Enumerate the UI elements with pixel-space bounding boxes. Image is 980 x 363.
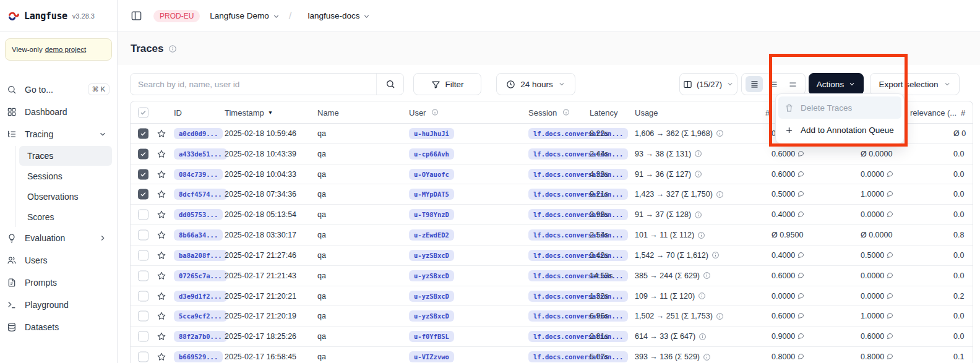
comment-icon[interactable] [797,271,804,279]
table-row[interactable]: ba8a208f...2025-02-17 21:27:46qau-yzSBxc… [131,246,973,266]
trace-id-badge[interactable]: dd05753... [174,209,223,220]
bookmark-star-icon[interactable] [157,230,166,240]
bookmark-star-icon[interactable] [157,169,166,179]
user-id-badge[interactable]: u-yzSBxcD [409,310,454,322]
bookmark-star-icon[interactable] [157,189,166,199]
trace-id-badge[interactable]: 07265c7a... [174,270,227,281]
user-id-badge[interactable]: u-OYauofc [409,169,454,180]
sidebar-item-datasets[interactable]: Datasets [5,317,112,337]
bookmark-star-icon[interactable] [157,271,166,281]
col-header-latency[interactable]: Latency [590,108,618,117]
col-header-usage[interactable]: Usage [635,108,658,117]
row-select-checkbox[interactable] [138,128,148,139]
table-row[interactable]: dd05753...2025-02-18 05:13:54qau-T98YnzD… [131,205,973,225]
info-icon[interactable] [703,271,711,280]
user-id-badge[interactable]: u-VIZzvwo [409,351,454,362]
trace-id-badge[interactable]: 084c739... [174,169,223,180]
sidebar-toggle-icon[interactable] [131,10,142,22]
table-row[interactable]: a433de51...2025-02-18 10:43:39qau-cp66Av… [131,144,973,164]
sidebar-item-playground[interactable]: Playground [5,294,112,315]
comment-icon[interactable] [797,251,804,258]
comment-icon[interactable] [886,271,893,279]
comment-icon[interactable] [886,190,893,197]
session-id-badge[interactable]: lf.docs.conversation... [528,229,628,241]
row-select-checkbox[interactable] [138,210,148,220]
actions-button[interactable]: Actions [809,73,864,95]
col-header-user[interactable]: User [409,108,439,117]
project-switcher[interactable]: langfuse-docs [307,11,371,20]
trace-id-badge[interactable]: 88f2a7b0... [174,331,227,342]
sidebar-item-dashboard[interactable]: Dashboard [5,101,112,122]
user-id-badge[interactable]: u-huJhuJi [409,128,454,139]
table-row[interactable]: b669529...2025-02-17 16:58:45qau-VIZzvwo… [131,347,973,363]
sidebar-item-evaluation[interactable]: Evaluation [5,228,112,248]
comment-icon[interactable] [797,292,804,299]
info-icon[interactable] [698,333,707,341]
menu-item-delete-traces[interactable]: Delete Traces [778,96,901,119]
session-id-badge[interactable]: lf.docs.conversation... [528,128,628,139]
row-select-checkbox[interactable] [138,352,148,362]
user-id-badge[interactable]: u-yzSBxcD [409,250,454,261]
info-icon[interactable] [711,251,720,259]
col-header-score-fragment[interactable]: # [765,108,770,117]
row-height-tall-button[interactable] [784,76,801,92]
demo-project-link[interactable]: demo project [45,46,86,53]
row-select-checkbox[interactable] [138,169,148,179]
menu-item-add-to-annotation-queue[interactable]: Add to Annotation Queue [778,119,901,141]
sidebar-item-observations[interactable]: Observations [19,187,112,207]
comment-icon[interactable] [886,210,893,218]
col-header-fragment-right[interactable]: # [961,108,965,117]
sidebar-item-sessions[interactable]: Sessions [19,166,112,186]
session-id-badge[interactable]: lf.docs.conversation... [528,270,628,281]
session-id-badge[interactable]: lf.docs.conversation... [528,310,628,322]
table-row[interactable]: 084c739...2025-02-18 10:04:33qau-OYauofc… [131,164,973,185]
sidebar-item-scores[interactable]: Scores [19,207,112,227]
search-submit-button[interactable] [376,74,403,95]
user-id-badge[interactable]: u-zEwdED2 [409,229,454,241]
session-id-badge[interactable]: lf.docs.conversation... [528,148,628,160]
sidebar-item-users[interactable]: Users [5,250,112,270]
row-select-checkbox[interactable] [138,189,148,200]
session-id-badge[interactable]: lf.docs.conversation... [528,351,628,362]
table-row[interactable]: 07265c7a...2025-02-17 21:21:43qau-yzSBxc… [131,266,973,286]
bookmark-star-icon[interactable] [157,311,166,321]
col-header-name[interactable]: Name [317,108,339,117]
table-row[interactable]: d3e9d1f2...2025-02-17 21:20:21qau-yzSBxc… [131,286,973,307]
user-id-badge[interactable]: u-f0YfBSL [409,331,454,342]
row-select-checkbox[interactable] [138,148,148,159]
comment-icon[interactable] [886,170,893,177]
bookmark-star-icon[interactable] [157,331,166,341]
col-header-id[interactable]: ID [174,108,182,117]
sidebar-item-traces[interactable]: Traces [19,146,112,166]
session-id-badge[interactable]: lf.docs.conversation... [528,331,628,342]
bookmark-star-icon[interactable] [157,352,166,362]
user-id-badge[interactable]: u-yzSBxcD [409,270,454,281]
trace-id-badge[interactable]: 5cca9cf2... [174,310,227,322]
table-row[interactable]: 8b66a34...2025-02-18 03:30:17qau-zEwdED2… [131,225,973,246]
session-id-badge[interactable]: lf.docs.conversation... [528,291,628,302]
comment-icon[interactable] [797,352,804,360]
sidebar-item-prompts[interactable]: Prompts [5,272,112,293]
user-id-badge[interactable]: u-MYpDAT5 [409,189,454,200]
select-all-checkbox[interactable] [138,107,148,117]
session-id-badge[interactable]: lf.docs.conversation... [528,169,628,180]
comment-icon[interactable] [886,352,893,360]
col-header-relevance[interactable]: relevance (... [910,108,956,117]
bookmark-star-icon[interactable] [157,149,166,159]
row-select-checkbox[interactable] [138,270,148,281]
info-icon[interactable] [716,129,724,137]
row-height-compact-button[interactable] [746,76,763,92]
comment-icon[interactable] [886,251,893,258]
trace-id-badge[interactable]: ba8a208f... [174,250,227,261]
trace-id-badge[interactable]: a433de51... [174,148,227,160]
table-row[interactable]: 8dcf4574...2025-02-18 07:34:36qau-MYpDAT… [131,184,973,205]
comment-icon[interactable] [797,150,804,157]
row-select-checkbox[interactable] [138,311,148,322]
comment-icon[interactable] [797,190,804,197]
bookmark-star-icon[interactable] [157,210,166,220]
info-icon[interactable] [698,292,706,300]
row-select-checkbox[interactable] [138,331,148,342]
info-icon[interactable] [697,231,705,239]
session-id-badge[interactable]: lf.docs.conversation... [528,250,628,261]
row-select-checkbox[interactable] [138,230,148,241]
